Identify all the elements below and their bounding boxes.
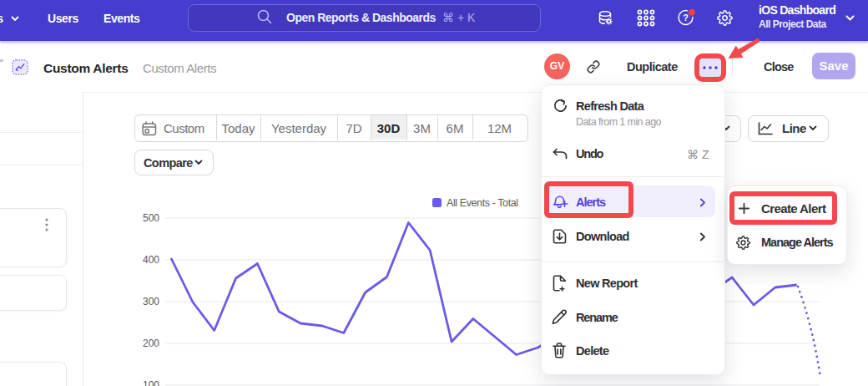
svg-text:?: ? [683, 13, 689, 23]
svg-text:All Events - Total: All Events - Total [447, 197, 518, 209]
svg-text:200: 200 [143, 338, 159, 349]
svg-text:300: 300 [143, 296, 159, 307]
svg-text:400: 400 [143, 254, 159, 266]
svg-text:100: 100 [143, 379, 159, 386]
svg-text:500: 500 [143, 212, 159, 224]
